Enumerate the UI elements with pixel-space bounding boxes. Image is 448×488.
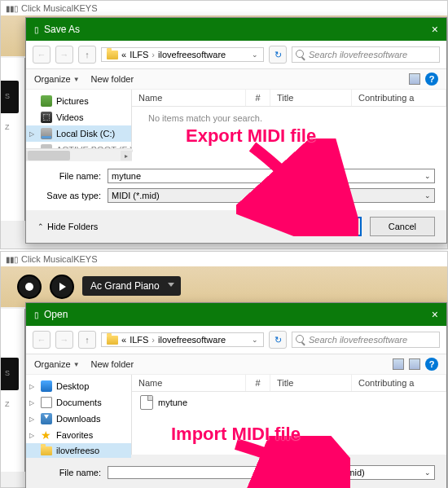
chevron-down-icon[interactable]: ⌄ [296,468,302,477]
toolbar-wood: Ac Grand Piano [1,266,447,307]
folder-tree[interactable]: ▷Desktop ▷Documents ▷Downloads ▷★Favorit… [26,375,132,455]
file-item-mytune[interactable]: mytune [132,392,446,413]
file-name-label: File name: [37,468,101,477]
app-logo-icon: ▮▮▯ [6,4,18,13]
nav-forward-button[interactable]: → [55,331,73,349]
save-type-label: Save as type: [37,191,101,200]
nav-forward-button[interactable]: → [55,46,73,64]
tree-item-ilovefreeso[interactable]: ilovefreeso [26,443,131,458]
file-type-filter[interactable]: MIDI (*.mid) ⌄ [313,465,435,480]
tree-item-desktop[interactable]: ▷Desktop [26,378,131,394]
empty-message: No items match your search. [132,107,446,130]
search-input[interactable]: Search ilovefreesoftware [292,46,440,63]
nav-back-button[interactable]: ← [33,331,51,349]
refresh-button[interactable]: ↻ [269,331,287,349]
app-titlebar: ▮▮▯ Click MusicalKEYS [1,1,447,15]
key-label-z: Z [5,400,10,408]
record-button[interactable] [17,275,42,299]
app-logo-icon: ▮▮▯ [6,255,18,264]
nav-back-button[interactable]: ← [33,46,51,64]
pictures-icon [41,95,52,107]
organize-menu[interactable]: Organize▼ [34,359,80,369]
piano-keys: S Z [1,309,25,472]
app-titlebar: ▮▮▯ Click MusicalKEYS [1,252,447,266]
nav-up-button[interactable]: ↑ [78,331,96,349]
tree-item-videos[interactable]: Videos [26,109,131,125]
dialog-titlebar[interactable]: ▯ Save As × [26,18,446,41]
new-folder-button[interactable]: New folder [91,74,134,84]
dialog-title: Open [44,309,68,320]
refresh-button[interactable]: ↻ [269,46,287,64]
piano-keys: S Z [1,58,25,221]
file-name-input[interactable]: ⌄ [108,466,306,479]
scroll-thumb[interactable] [28,151,70,160]
tree-item-favorites[interactable]: ▷★Favorites [26,427,131,443]
col-name[interactable]: Name [132,90,246,106]
documents-icon [41,397,52,408]
file-list[interactable]: Name # Title Contributing a mytune [132,375,446,455]
col-title[interactable]: Title [270,375,352,391]
tree-item-pictures[interactable]: Pictures [26,93,131,109]
file-name-label: File name: [37,171,101,181]
file-icon [140,395,153,410]
folder-icon [107,336,118,345]
instrument-select[interactable]: Ac Grand Piano [82,276,181,296]
col-number[interactable]: # [246,90,270,106]
file-list[interactable]: Name # Title Contributing a No items mat… [132,90,446,148]
scroll-right-icon[interactable]: ▸ [121,151,132,160]
help-icon[interactable]: ? [425,73,438,86]
save-button[interactable]: Save [302,217,362,236]
chevron-down-icon[interactable]: ⌄ [424,468,431,477]
search-icon [296,335,304,343]
tree-item-downloads[interactable]: ▷Downloads [26,411,131,427]
folder-icon [41,446,52,455]
dialog-icon: ▯ [34,310,39,319]
chevron-down-icon[interactable]: ⌄ [252,51,258,59]
folder-icon [107,51,118,59]
hide-folders-button[interactable]: ⌃ Hide Folders [37,222,98,231]
expand-icon[interactable]: ▷ [29,415,34,423]
view-options-icon[interactable] [409,73,420,85]
breadcrumb[interactable]: « ILFS › ilovefreesoftware ⌄ [101,332,264,347]
expand-icon[interactable]: ▷ [29,432,34,439]
col-number[interactable]: # [246,375,270,391]
videos-icon [41,112,52,123]
col-title[interactable]: Title [270,90,352,106]
column-headers[interactable]: Name # Title Contributing a [132,375,446,392]
chevron-down-icon[interactable]: ⌄ [252,336,258,344]
disk-icon [41,128,52,139]
expand-icon[interactable]: ▷ [29,399,34,407]
open-dialog: ▯ Open × ← → ↑ « ILFS › ilovefreesoftwar… [25,302,447,488]
close-icon[interactable]: × [432,23,438,36]
chevron-down-icon [168,283,174,287]
col-name[interactable]: Name [132,375,246,391]
expand-icon[interactable]: ▷ [29,130,34,138]
chevron-down-icon[interactable]: ⌄ [424,172,431,180]
col-contributing[interactable]: Contributing a [352,90,446,106]
column-headers[interactable]: Name # Title Contributing a [132,90,446,107]
search-input[interactable]: Search ilovefreesoftware [292,332,440,348]
chevron-down-icon[interactable]: ⌄ [424,191,431,200]
save-as-dialog: ▯ Save As × ← → ↑ « ILFS › ilovefreesoft… [25,17,447,244]
folder-tree[interactable]: Pictures Videos ▷Local Disk (C:) ACTIVE … [26,90,132,148]
col-contributing[interactable]: Contributing a [352,375,446,391]
cancel-button[interactable]: Cancel [370,217,435,236]
expand-icon[interactable]: ▷ [29,383,34,390]
save-type-select[interactable]: MIDI (*.mid) ⌄ [108,188,435,203]
help-icon[interactable]: ? [425,358,438,371]
chevron-up-icon: ⌃ [37,222,44,231]
close-icon[interactable]: × [432,308,438,321]
tree-scrollbar[interactable]: ◂ ▸ [26,148,132,161]
app-title: Click MusicalKEYS [21,254,98,264]
preview-pane-icon[interactable] [409,358,420,370]
new-folder-button[interactable]: New folder [91,359,134,369]
nav-up-button[interactable]: ↑ [78,46,96,64]
dialog-titlebar[interactable]: ▯ Open × [26,303,446,326]
tree-item-documents[interactable]: ▷Documents [26,394,131,411]
breadcrumb[interactable]: « ILFS › ilovefreesoftware ⌄ [101,47,264,62]
tree-item-local-disk[interactable]: ▷Local Disk (C:) [26,125,131,142]
view-options-icon[interactable] [393,358,404,370]
organize-menu[interactable]: Organize▼ [34,74,80,84]
file-name-input[interactable]: mytune ⌄ [108,169,435,183]
play-button[interactable] [50,275,74,299]
